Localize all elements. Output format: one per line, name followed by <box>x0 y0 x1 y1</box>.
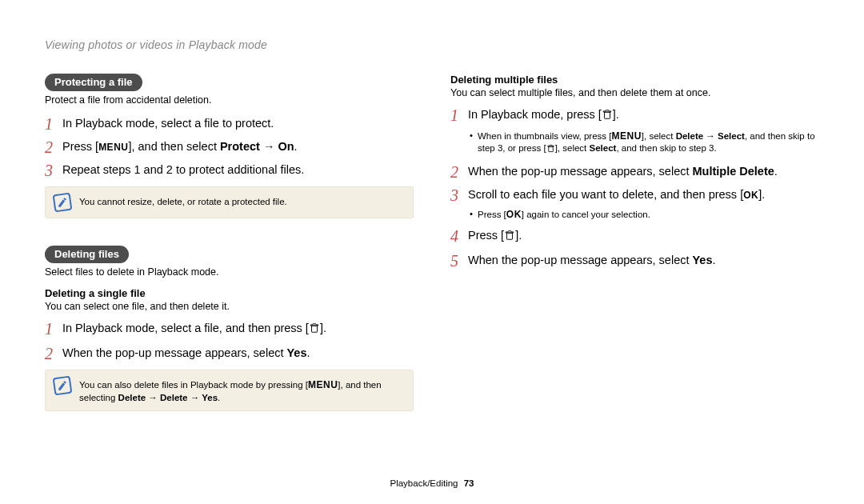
step-number: 2 <box>450 163 468 180</box>
multi-delete-steps-cont2: 4 Press []. 5 When the pop-up message ap… <box>450 227 819 269</box>
note-icon <box>53 375 73 395</box>
manual-page: Viewing photos or videos in Playback mod… <box>0 0 864 504</box>
text-fragment: ] again to cancel your selection. <box>522 210 650 219</box>
step-number: 1 <box>450 106 468 123</box>
ok-icon: OK <box>506 209 522 220</box>
note-box: You cannot resize, delete, or rotate a p… <box>45 186 414 218</box>
right-column: Deleting multiple files You can select m… <box>450 74 819 424</box>
text-fragment: You can also delete files in Playback mo… <box>79 380 308 390</box>
bold-fragment: Multiple Delete <box>693 165 774 178</box>
step-text: When the pop-up message appears, select … <box>62 345 310 362</box>
text-fragment: When the pop-up message appears, select <box>468 165 693 178</box>
text-fragment: Press [ <box>478 210 506 219</box>
step-text: When the pop-up message appears, select … <box>468 252 716 269</box>
note-text: You can also delete files in Playback mo… <box>79 377 405 405</box>
trash-icon <box>309 322 320 338</box>
bold-fragment: Delete → Select <box>676 131 745 141</box>
step-number: 3 <box>450 186 468 203</box>
subhead-multi: Deleting multiple files <box>450 74 819 86</box>
step-number: 5 <box>450 252 468 269</box>
note-box: You can also delete files in Playback mo… <box>45 370 414 412</box>
bold-fragment: Yes <box>693 254 713 266</box>
footer-section: Playback/Editing <box>390 478 458 488</box>
text-fragment: , and then skip to step 3. <box>616 143 716 153</box>
bold-fragment: Delete → Delete → Yes <box>118 393 218 402</box>
text-fragment: ], select <box>555 143 590 153</box>
pill-protecting: Protecting a file <box>45 74 142 91</box>
left-column: Protecting a file Protect a file from ac… <box>45 74 414 424</box>
trash-icon <box>546 144 555 157</box>
ok-icon: OK <box>743 190 758 201</box>
step-text: Press []. <box>468 227 522 246</box>
subhead-single: Deleting a single file <box>45 287 414 299</box>
footer-page: 73 <box>464 478 474 488</box>
step-text: Scroll to each file you want to delete, … <box>468 186 765 203</box>
pill-deleting: Deleting files <box>45 246 129 263</box>
text-fragment: In Playback mode, press [ <box>468 108 602 121</box>
text-fragment: ]. <box>515 229 522 242</box>
text-fragment: When the pop-up message appears, select <box>468 254 693 266</box>
text-fragment: Scroll to each file you want to delete, … <box>468 188 743 201</box>
substep: When in thumbnails view, press [MENU], s… <box>468 130 819 157</box>
step-text: Press [MENU], and then select Protect → … <box>62 138 298 155</box>
menu-icon: MENU <box>98 142 128 153</box>
step-number: 1 <box>45 115 62 132</box>
step-number: 3 <box>45 162 62 178</box>
running-head: Viewing photos or videos in Playback mod… <box>45 38 819 51</box>
deleting-intro: Select files to delete in Playback mode. <box>45 266 414 278</box>
note-icon <box>53 193 73 213</box>
bold-fragment: Yes <box>287 346 307 359</box>
step-text: In Playback mode, press []. <box>468 106 619 125</box>
two-column-layout: Protecting a file Protect a file from ac… <box>45 74 819 424</box>
single-delete-steps: 1 In Playback mode, select a file, and t… <box>45 320 414 362</box>
step-number: 4 <box>450 227 468 244</box>
text-fragment: When in thumbnails view, press [ <box>478 131 611 141</box>
text-fragment: ], select <box>642 131 676 141</box>
menu-icon: MENU <box>308 379 338 390</box>
step-number: 1 <box>45 320 62 337</box>
trash-icon <box>602 109 613 125</box>
text-fragment: Press [ <box>62 140 98 153</box>
step1-sub: When in thumbnails view, press [MENU], s… <box>468 130 819 157</box>
text-fragment: ], and then select <box>128 140 219 153</box>
subintro-single: You can select one file, and then delete… <box>45 301 414 312</box>
text-fragment: ]. <box>320 322 326 334</box>
menu-icon: MENU <box>611 130 641 142</box>
protecting-steps: 1 In Playback mode, select a file to pro… <box>45 115 414 178</box>
text-fragment: Press [ <box>468 229 504 242</box>
trash-icon <box>504 230 515 246</box>
multi-delete-steps: 1 In Playback mode, press []. <box>450 106 819 125</box>
protecting-intro: Protect a file from accidental deletion. <box>45 94 414 106</box>
step-text: In Playback mode, select a file, and the… <box>62 320 326 338</box>
text-fragment: When the pop-up message appears, select <box>62 346 287 359</box>
bold-fragment: Protect → On <box>220 140 294 153</box>
step-number: 2 <box>45 138 62 155</box>
bold-fragment: Select <box>589 143 616 153</box>
text-fragment: ]. <box>613 108 619 121</box>
page-footer: Playback/Editing 73 <box>0 478 864 488</box>
step3-sub: Press [OK] again to cancel your selectio… <box>468 208 819 222</box>
text-fragment: In Playback mode, select a file, and the… <box>62 322 309 334</box>
note-text: You cannot resize, delete, or rotate a p… <box>79 194 287 208</box>
step-text: In Playback mode, select a file to prote… <box>62 115 274 132</box>
step-number: 2 <box>45 345 62 362</box>
text-fragment: ]. <box>758 188 765 201</box>
step-text: When the pop-up message appears, select … <box>468 163 778 180</box>
subintro-multi: You can select multiple files, and then … <box>450 87 819 98</box>
multi-delete-steps-cont: 2 When the pop-up message appears, selec… <box>450 163 819 203</box>
substep: Press [OK] again to cancel your selectio… <box>468 208 819 222</box>
step-text: Repeat steps 1 and 2 to protect addition… <box>62 162 304 178</box>
